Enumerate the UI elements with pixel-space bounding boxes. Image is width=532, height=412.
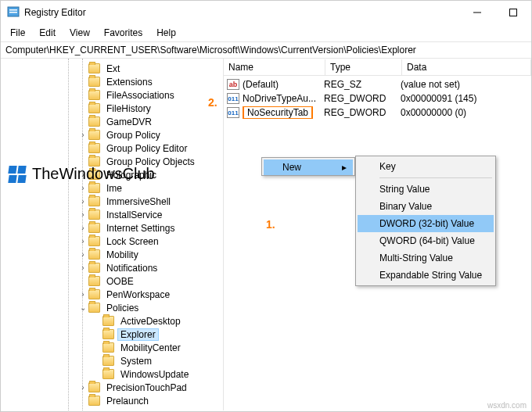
tree-item-label: Group Policy Editor (103, 143, 190, 154)
tree-item-immersiveshell[interactable]: ›ImmersiveShell (1, 195, 223, 208)
address-bar[interactable]: Computer\HKEY_CURRENT_USER\Software\Micr… (1, 41, 531, 59)
tree-item-oobe[interactable]: ›OOBE (1, 274, 223, 288)
tree-item-mobility[interactable]: ›Mobility (1, 248, 223, 261)
string-value-icon: ab (227, 79, 239, 90)
tree-pane[interactable]: ›Ext›Extensions›FileAssociations›FileHis… (1, 59, 224, 410)
ctx-new[interactable]: New ▸ (264, 159, 353, 175)
chevron-right-icon[interactable]: › (77, 249, 88, 260)
tree-item-installservice[interactable]: ›InstallService (1, 208, 223, 221)
value-data: 0x00000000 (0) (401, 107, 531, 118)
tree-item-label: FileHistory (103, 103, 154, 114)
ctx-new-label: New (282, 162, 301, 173)
menu-bar: File Edit View Favorites Help (1, 24, 531, 41)
col-name[interactable]: Name (224, 59, 325, 75)
tree-item-internet-settings[interactable]: ›Internet Settings (1, 221, 223, 235)
value-row[interactable]: 011NoDriveTypeAu...REG_DWORD0x00000091 (… (224, 91, 531, 106)
chevron-right-icon[interactable]: › (77, 130, 88, 141)
chevron-right-icon[interactable]: › (77, 183, 88, 194)
ctx-item-qword-64-bit-value[interactable]: QWORD (64-bit) Value (358, 232, 494, 249)
title-bar: Registry Editor (1, 1, 531, 24)
folder-icon (102, 356, 114, 366)
folder-icon (88, 223, 100, 233)
menu-view[interactable]: View (63, 26, 96, 40)
tree-item-penworkspace[interactable]: ›PenWorkspace (1, 288, 223, 301)
value-row[interactable]: 011NoSecurityTabREG_DWORD0x00000000 (0) (224, 106, 531, 120)
tree-item-extensions[interactable]: ›Extensions (1, 75, 223, 88)
chevron-right-icon[interactable]: › (77, 382, 88, 393)
menu-help[interactable]: Help (150, 26, 182, 40)
tree-item-ext[interactable]: ›Ext (1, 62, 223, 75)
tree-item-prelaunch[interactable]: ›Prelaunch (1, 394, 223, 407)
context-submenu-new: 1. KeyString ValueBinary ValueDWORD (32-… (355, 156, 496, 286)
tree-item-label: Notifications (103, 263, 160, 274)
tree-item-explorer[interactable]: ›Explorer (1, 328, 223, 341)
chevron-right-icon[interactable]: › (77, 210, 88, 220)
menu-favorites[interactable]: Favorites (98, 26, 149, 40)
tree-item-group-policy-editor[interactable]: ›Group Policy Editor (1, 142, 223, 155)
tree-item-label: PrecisionTouchPad (103, 382, 190, 393)
tree-item-windowsupdate[interactable]: ›WindowsUpdate (1, 367, 223, 381)
ctx-item-key[interactable]: Key (358, 158, 494, 175)
folder-icon (102, 316, 114, 326)
tree-item-gamedvr[interactable]: ›GameDVR (1, 115, 223, 128)
folder-icon (102, 329, 114, 339)
maximize-button[interactable] (495, 1, 531, 24)
tree-item-system[interactable]: ›System (1, 354, 223, 367)
tree-item-label: System (117, 356, 155, 367)
chevron-right-icon: ▸ (342, 162, 347, 173)
ctx-item-multi-string-value[interactable]: Multi-String Value (358, 249, 494, 267)
tree-item-activedesktop[interactable]: ›ActiveDesktop (1, 314, 223, 328)
tree-item-label: WindowsUpdate (117, 369, 192, 380)
value-row[interactable]: ab(Default)REG_SZ(value not set) (224, 77, 531, 91)
chevron-right-icon[interactable]: › (77, 196, 88, 207)
tree-item-group-policy[interactable]: ›Group Policy (1, 128, 223, 142)
minimize-button[interactable] (459, 1, 495, 24)
col-type[interactable]: Type (325, 59, 402, 75)
menu-edit[interactable]: Edit (33, 26, 62, 40)
tree-item-label: Explorer (117, 328, 159, 341)
ctx-item-string-value[interactable]: String Value (358, 181, 494, 198)
tree-item-group-policy-objects[interactable]: ›Group Policy Objects (1, 155, 223, 168)
values-pane[interactable]: Name Type Data ab(Default)REG_SZ(value n… (224, 59, 531, 410)
chevron-right-icon[interactable]: › (77, 223, 88, 234)
folder-icon (102, 342, 114, 353)
tree-item-label: Holographic (103, 170, 160, 181)
chevron-right-icon[interactable]: › (77, 289, 88, 300)
folder-icon (88, 263, 100, 273)
tree-item-label: Prelaunch (103, 396, 152, 407)
tree-item-label: PenWorkspace (103, 289, 173, 300)
folder-icon (88, 382, 100, 392)
tree-item-fileassociations[interactable]: ›FileAssociations (1, 88, 223, 102)
tree-item-filehistory[interactable]: ›FileHistory (1, 102, 223, 115)
svg-rect-2 (9, 12, 17, 13)
chevron-down-icon[interactable]: ⌄ (77, 303, 88, 313)
ctx-item-dword-32-bit-value[interactable]: DWORD (32-bit) Value (358, 215, 494, 232)
credit-text: wsxdn.com (487, 401, 527, 410)
tree-item-lock-screen[interactable]: ›Lock Screen (1, 235, 223, 248)
value-data: 0x00000091 (145) (401, 93, 531, 104)
value-name-editing[interactable]: NoSecurityTab (243, 106, 313, 119)
ctx-item-expandable-string-value[interactable]: Expandable String Value (358, 267, 494, 284)
chevron-right-icon[interactable]: › (77, 263, 88, 274)
tree-item-mobilitycenter[interactable]: ›MobilityCenter (1, 341, 223, 354)
folder-icon (88, 130, 100, 140)
folder-icon (88, 103, 100, 113)
annotation-step-1: 1. (266, 218, 275, 231)
folder-icon (88, 63, 100, 73)
chevron-right-icon[interactable]: › (77, 236, 88, 247)
ctx-item-binary-value[interactable]: Binary Value (358, 198, 494, 215)
tree-item-ime[interactable]: ›Ime (1, 181, 223, 195)
tree-item-holographic[interactable]: ›Holographic (1, 168, 223, 181)
tree-item-policies[interactable]: ⌄Policies (1, 301, 223, 314)
col-data[interactable]: Data (402, 59, 531, 75)
tree-item-notifications[interactable]: ›Notifications (1, 261, 223, 274)
tree-item-label: ImmersiveShell (103, 196, 174, 207)
value-name: NoSecurityTab (243, 106, 324, 119)
menu-separator (379, 177, 492, 178)
tree-item-label: GameDVR (103, 116, 155, 127)
tree-item-label: ActiveDesktop (117, 316, 184, 327)
chevron-right-icon[interactable]: › (77, 170, 88, 181)
tree-item-precisiontouchpad[interactable]: ›PrecisionTouchPad (1, 381, 223, 394)
menu-file[interactable]: File (4, 26, 31, 40)
folder-icon (88, 143, 100, 153)
